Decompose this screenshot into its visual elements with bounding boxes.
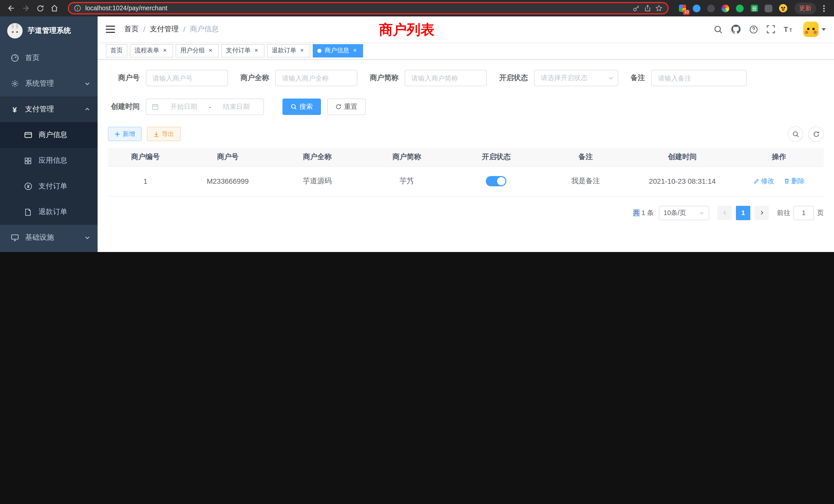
help-icon[interactable] — [749, 25, 758, 33]
extension-green-check-icon[interactable] — [736, 4, 744, 13]
address-bar[interactable]: localhost:1024/pay/merchant — [68, 2, 668, 14]
search-button[interactable]: 搜索 — [282, 98, 321, 115]
sidebar-item-pay-order[interactable]: 支付订单 — [0, 174, 97, 199]
cell-full-name: 芋道源码 — [272, 166, 362, 196]
tab-process-form[interactable]: 流程表单 — [130, 44, 173, 57]
user-menu[interactable] — [803, 22, 826, 37]
col-status: 开启状态 — [452, 148, 541, 166]
tags-bar: 首页 流程表单 用户分组 支付订单 退款订单 — [97, 42, 834, 60]
prev-page-button[interactable] — [718, 206, 732, 220]
date-separator: - — [209, 103, 211, 111]
tab-refund-order[interactable]: 退款订单 — [267, 44, 310, 57]
merchant-table: 商户编号 商户号 商户全称 商户简称 开启状态 备注 创建时间 操作 1 — [108, 148, 824, 196]
chrome-update-button[interactable]: 更新 — [794, 2, 816, 14]
close-icon[interactable] — [253, 47, 260, 54]
table-header-row: 商户编号 商户号 商户全称 商户简称 开启状态 备注 创建时间 操作 — [108, 148, 824, 166]
full-name-input[interactable] — [275, 70, 357, 86]
close-icon[interactable] — [207, 47, 214, 54]
close-icon[interactable] — [161, 47, 169, 54]
remark-label: 备注 — [631, 73, 645, 83]
refresh-table-button[interactable] — [808, 126, 824, 142]
breadcrumb-payment[interactable]: 支付管理 — [150, 25, 179, 34]
extension-color-wheel-icon[interactable] — [721, 4, 730, 13]
font-size-icon[interactable]: TT — [784, 25, 793, 33]
browser-back-icon[interactable] — [5, 2, 18, 14]
browser-forward-icon[interactable] — [20, 2, 32, 14]
sidebar-item-system[interactable]: 系统管理 — [0, 71, 97, 96]
sidebar-item-app-info[interactable]: 应用信息 — [0, 148, 97, 174]
toggle-search-button[interactable] — [788, 126, 803, 142]
status-toggle[interactable] — [486, 176, 506, 186]
search-icon[interactable] — [714, 25, 723, 33]
page-number-button[interactable]: 1 — [736, 206, 750, 220]
tab-home[interactable]: 首页 — [106, 44, 127, 57]
github-icon[interactable] — [731, 25, 741, 34]
pay-order-icon — [24, 182, 32, 191]
share-icon[interactable] — [644, 5, 651, 12]
status-select[interactable]: 请选择开启状态 — [534, 70, 618, 86]
col-remark: 备注 — [541, 148, 631, 166]
browser-home-icon[interactable] — [48, 2, 61, 14]
tab-user-group[interactable]: 用户分组 — [176, 44, 219, 57]
sidebar-item-dev-tools[interactable]: 研发工具 — [0, 250, 97, 252]
short-name-label: 商户简称 — [370, 73, 398, 83]
remark-input[interactable] — [651, 70, 747, 86]
caret-down-icon — [822, 28, 826, 30]
cell-remark: 我是备注 — [541, 166, 631, 196]
yen-icon: ¥ — [10, 105, 19, 114]
col-merchant-no: 商户号 — [183, 148, 273, 166]
extensions-area: 10 — [678, 4, 787, 13]
reset-button[interactable]: 重置 — [327, 98, 366, 115]
page-size-select[interactable]: 10条/页 — [659, 206, 709, 220]
create-time-range-picker[interactable]: 开始日期 - 结束日期 — [146, 98, 264, 115]
extension-doc-icon[interactable] — [750, 4, 759, 13]
merchant-no-input[interactable] — [146, 70, 228, 86]
tab-pay-order[interactable]: 支付订单 — [221, 44, 264, 57]
extension-grid-icon[interactable]: 10 — [678, 4, 687, 13]
add-button[interactable]: 新增 — [108, 127, 142, 141]
export-button[interactable]: 导出 — [147, 127, 181, 141]
merchant-no-label: 商户号 — [108, 73, 140, 83]
chevron-down-icon — [699, 210, 705, 215]
tab-merchant-info[interactable]: 商户信息 — [313, 44, 363, 57]
cell-short-name: 芋艿 — [362, 166, 452, 196]
app-logo[interactable]: 芋道管理系统 — [0, 17, 97, 45]
cell-create-time: 2021-10-23 08:31:14 — [630, 166, 734, 196]
password-key-icon[interactable] — [633, 5, 640, 12]
browser-menu-icon[interactable] — [823, 7, 825, 9]
sidebar: 芋道管理系统 首页 系统管理 — [0, 17, 97, 252]
extension-blue-icon[interactable] — [692, 4, 701, 13]
short-name-input[interactable] — [405, 70, 487, 86]
top-navbar: 首页 / 支付管理 / 商户信息 商户列表 — [97, 17, 834, 42]
browser-reload-icon[interactable] — [34, 2, 46, 14]
sidebar-item-payment[interactable]: ¥ 支付管理 — [0, 96, 97, 122]
total-count: 共 1 条 — [633, 208, 654, 217]
screenshot-root: localhost:1024/pay/merchant 10 — [0, 0, 834, 252]
bookmark-star-icon[interactable] — [655, 5, 662, 12]
sidebar-item-home[interactable]: 首页 — [0, 45, 97, 71]
close-icon[interactable] — [299, 47, 306, 54]
breadcrumb-home[interactable]: 首页 — [124, 25, 139, 34]
extension-dark-icon[interactable] — [707, 4, 716, 13]
hamburger-icon[interactable] — [106, 25, 115, 33]
cell-merchant-id: 1 — [108, 166, 183, 196]
fullscreen-icon[interactable] — [767, 25, 775, 33]
goto-page-input[interactable] — [793, 206, 814, 220]
sidebar-item-refund-order[interactable]: 退款订单 — [0, 199, 97, 225]
edit-link[interactable]: 修改 — [753, 177, 774, 186]
chevron-down-icon — [608, 75, 614, 81]
start-date-placeholder: 开始日期 — [162, 102, 206, 111]
chevron-up-icon — [84, 106, 90, 112]
col-full-name: 商户全称 — [272, 148, 362, 166]
delete-link[interactable]: 删除 — [784, 177, 805, 186]
page-info-icon[interactable] — [74, 5, 81, 12]
extension-face-icon[interactable] — [778, 4, 787, 13]
pagination: 共 1 条 10条/页 1 前往 — [108, 206, 824, 220]
payment-submenu: 商户信息 应用信息 支付订单 — [0, 122, 97, 225]
sidebar-item-infra[interactable]: 基础设施 — [0, 225, 97, 250]
extension-puzzle-icon[interactable] — [764, 4, 773, 13]
sidebar-item-merchant-info[interactable]: 商户信息 — [0, 122, 97, 148]
rabbit-logo-icon — [7, 23, 23, 39]
close-icon[interactable] — [351, 47, 358, 54]
next-page-button[interactable] — [754, 206, 769, 220]
